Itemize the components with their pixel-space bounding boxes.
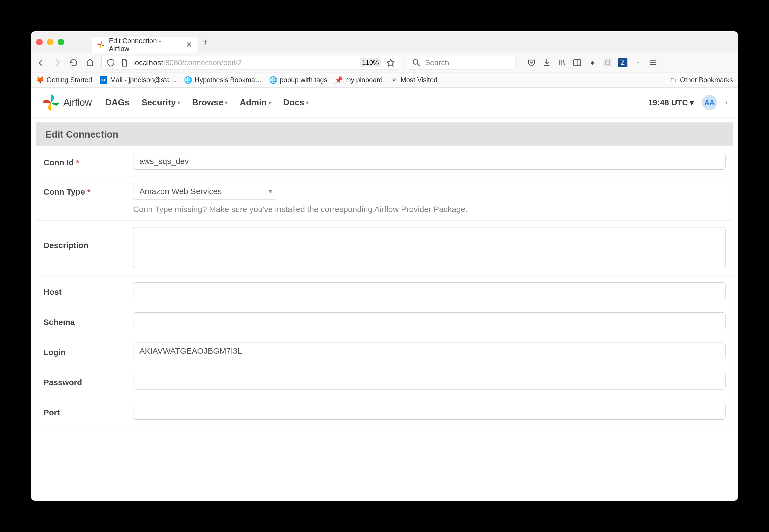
search-placeholder: Search: [425, 58, 449, 67]
bookmark-item[interactable]: oMail - jpnelson@sta…: [100, 76, 176, 84]
folder-icon: 🗀: [670, 76, 677, 84]
input-conn-id[interactable]: [133, 153, 726, 170]
row-host: Host: [36, 276, 733, 306]
bookmark-star-icon[interactable]: [386, 58, 396, 68]
extension-icon-1[interactable]: ♦: [588, 58, 597, 67]
library-icon[interactable]: [557, 58, 566, 67]
pin-icon: 📌: [335, 76, 343, 84]
new-tab-button[interactable]: +: [203, 36, 208, 48]
forward-button[interactable]: [52, 58, 62, 68]
titlebar: Edit Connection - Airflow ✕ +: [31, 31, 738, 53]
globe-icon: 🌐: [269, 76, 277, 84]
input-schema[interactable]: [133, 312, 726, 329]
chevron-down-icon: ▾: [690, 98, 694, 107]
url-bar[interactable]: localhost:8080/connection/edit/2 110%: [101, 56, 400, 70]
label-description: Description: [43, 227, 133, 250]
nav-right: 19:48 UTC▾ AA ▾: [648, 95, 727, 110]
chevron-down-icon: ▾: [177, 99, 180, 106]
input-login[interactable]: [133, 343, 726, 359]
extension-icon-2[interactable]: [603, 58, 612, 67]
logo-text: Airflow: [63, 97, 92, 108]
window-close-button[interactable]: [36, 39, 43, 45]
chevron-down-icon: ▾: [306, 99, 309, 106]
search-bar[interactable]: Search: [407, 56, 515, 70]
avatar[interactable]: AA: [702, 95, 717, 110]
tab-title: Edit Connection - Airflow: [109, 37, 182, 53]
sidebar-icon[interactable]: [572, 58, 582, 67]
outlook-icon: o: [100, 76, 107, 84]
label-conn-type: Conn Type *: [43, 183, 133, 197]
page-content: Airflow DAGs Security▾ Browse▾ Admin▾ Do…: [31, 88, 738, 501]
zoom-level[interactable]: 110%: [360, 58, 381, 67]
chevron-down-icon: ▾: [725, 100, 727, 105]
tab-close-icon[interactable]: ✕: [186, 40, 192, 49]
other-bookmarks[interactable]: 🗀Other Bookmarks: [670, 76, 733, 84]
shield-icon: [106, 58, 116, 68]
input-host[interactable]: [133, 282, 726, 299]
globe-icon: 🌐: [184, 76, 192, 84]
home-button[interactable]: [85, 58, 95, 68]
textarea-description[interactable]: [133, 227, 726, 268]
window-minimize-button[interactable]: [47, 39, 53, 45]
reload-button[interactable]: [69, 58, 78, 68]
row-conn-type: Conn Type * Amazon Web Services Conn Typ…: [36, 176, 733, 221]
page-body: Edit Connection Conn Id * Conn Type * Am…: [31, 118, 738, 431]
nav-docs[interactable]: Docs▾: [283, 97, 309, 107]
chevron-down-icon: ▾: [269, 99, 271, 106]
nav-browse[interactable]: Browse▾: [192, 97, 228, 107]
extension-icon-3[interactable]: 〰: [634, 58, 643, 67]
label-schema: Schema: [43, 315, 133, 327]
firefox-icon: 🦊: [36, 76, 44, 84]
input-password[interactable]: [133, 373, 726, 389]
menu-button[interactable]: [649, 58, 658, 67]
download-icon[interactable]: [542, 58, 551, 67]
pinwheel-icon: [97, 41, 105, 49]
bookmarks-bar: 🦊Getting Started oMail - jpnelson@sta… 🌐…: [31, 72, 738, 88]
label-port: Port: [43, 405, 133, 417]
bookmark-item[interactable]: ✧Most Visited: [390, 76, 437, 84]
row-conn-id: Conn Id *: [36, 146, 733, 176]
search-icon: [411, 58, 421, 68]
svg-rect-2: [606, 61, 610, 65]
pocket-icon[interactable]: [527, 58, 536, 67]
airflow-logo[interactable]: Airflow: [42, 93, 92, 112]
window-maximize-button[interactable]: [58, 39, 64, 45]
bookmark-item[interactable]: 📌my pinboard: [335, 76, 383, 84]
browser-tab[interactable]: Edit Connection - Airflow ✕: [91, 37, 198, 53]
row-description: Description: [36, 221, 733, 276]
bookmark-item[interactable]: 🦊Getting Started: [36, 76, 92, 84]
row-port: Port: [36, 396, 733, 426]
browser-window: Edit Connection - Airflow ✕ + localhost:…: [31, 31, 738, 501]
traffic-lights: [36, 39, 64, 45]
bookmark-item[interactable]: 🌐popup with tags: [269, 76, 327, 84]
url-text: localhost:8080/connection/edit/2: [133, 58, 242, 67]
extension-z-icon[interactable]: Z: [618, 58, 628, 67]
row-password: Password: [36, 366, 733, 396]
page-icon: [119, 58, 129, 68]
back-button[interactable]: [36, 58, 46, 68]
label-conn-id: Conn Id *: [43, 155, 133, 167]
label-host: Host: [43, 285, 133, 297]
airflow-navbar: Airflow DAGs Security▾ Browse▾ Admin▾ Do…: [31, 88, 738, 118]
time-display[interactable]: 19:48 UTC▾: [648, 98, 694, 107]
label-password: Password: [43, 375, 133, 387]
form-panel: Conn Id * Conn Type * Amazon Web Service…: [36, 146, 733, 426]
row-login: Login: [36, 336, 733, 366]
nav-links: DAGs Security▾ Browse▾ Admin▾ Docs▾: [105, 97, 309, 107]
nav-admin[interactable]: Admin▾: [240, 97, 271, 107]
conn-type-help: Conn Type missing? Make sure you've inst…: [133, 205, 726, 214]
input-port[interactable]: [133, 403, 726, 420]
browser-toolbar: localhost:8080/connection/edit/2 110% Se…: [31, 53, 738, 72]
chevron-down-icon: ▾: [225, 99, 228, 106]
toolbar-right-icons: ♦ Z 〰: [527, 58, 658, 67]
nav-security[interactable]: Security▾: [141, 97, 180, 107]
label-login: Login: [43, 345, 133, 357]
select-conn-type[interactable]: Amazon Web Services: [133, 183, 277, 200]
row-schema: Schema: [36, 306, 733, 336]
star-icon: ✧: [390, 76, 398, 84]
nav-dags[interactable]: DAGs: [105, 97, 130, 107]
bookmark-item[interactable]: 🌐Hypothesis Bookma…: [184, 76, 262, 84]
page-title: Edit Connection: [36, 122, 733, 146]
pinwheel-icon: [42, 93, 61, 112]
svg-point-0: [413, 59, 418, 64]
